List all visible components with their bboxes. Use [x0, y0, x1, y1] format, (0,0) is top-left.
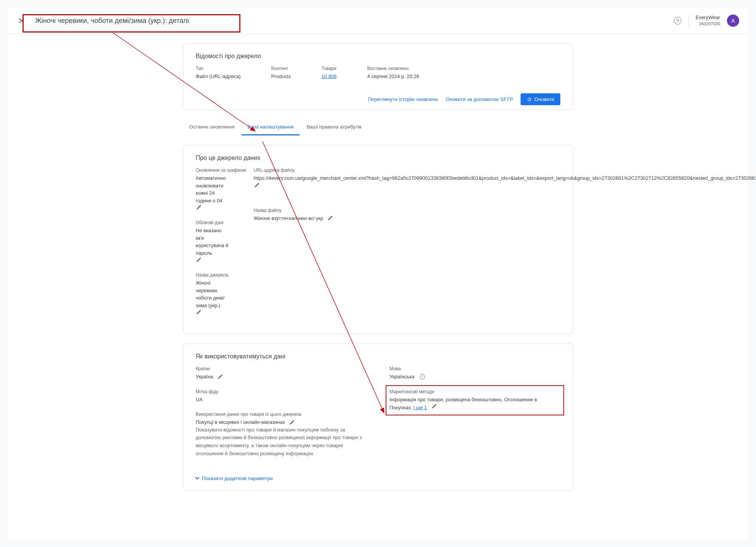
show-more-button[interactable]: Показати додаткові параметри [183, 475, 573, 490]
page-title: Жіночі черевики, чоботи демі/зима (укр.)… [35, 17, 189, 25]
marketing-more-link[interactable]: і ще 1 [414, 405, 427, 410]
account-info[interactable]: EveryWear 243297035 [696, 15, 720, 26]
tab-last-update[interactable]: Останнє оновлення [183, 119, 241, 135]
filename-value: Жіноче взуття+капчики всі укр [254, 215, 323, 222]
divider [688, 15, 689, 27]
account-id: 243297035 [696, 21, 720, 26]
source-updated: Востаннє оновлено 4 серпня 2024 р. 20:26 [367, 66, 419, 79]
source-products: Товари 10 906 [321, 66, 337, 79]
tab-your-settings[interactable]: Ваші налаштування [242, 119, 300, 135]
sftp-button[interactable]: Оновити за допомогою SFTP [446, 96, 513, 102]
pencil-icon[interactable] [196, 309, 202, 315]
sourcename-value: Жіночі черевики, чоботи демі/зима (укр.) [196, 279, 230, 309]
pencil-icon[interactable] [254, 182, 260, 188]
account-name: EveryWear [696, 15, 720, 21]
pencil-icon[interactable] [327, 215, 333, 221]
settings-title: Про це джерело даних [196, 155, 560, 161]
datausage-desc: Показувати відомості про товари й магази… [196, 426, 364, 458]
creds-value: Не вказано ім'я користувача й пароль [196, 227, 230, 257]
usage-card: Як використовуватимуться дані Країни Укр… [183, 344, 573, 491]
tab-attribute-rules[interactable]: Ваші правила атрибутів [300, 119, 368, 135]
datausage-label: Використання даних про товари із цього д… [196, 412, 367, 417]
refresh-button[interactable]: Оновити [521, 93, 560, 105]
products-link[interactable]: 10 906 [321, 73, 337, 79]
tabs: Останнє оновлення Ваші налаштування Ваші… [183, 119, 573, 136]
datausage-value: Покупці в місцевих і онлайн-магазинах [196, 418, 285, 426]
source-type: Тип Файл (URL-адреса) [196, 66, 241, 79]
pencil-icon[interactable] [217, 374, 223, 380]
history-button[interactable]: Переглянути історію оновлень [368, 96, 438, 102]
pencil-icon[interactable] [289, 419, 295, 425]
refresh-icon [527, 97, 532, 102]
marketing-text: Інформація про товари, розміщена безкошт… [389, 397, 537, 411]
header-left: Жіночі черевики, чоботи демі/зима (укр.)… [17, 16, 189, 25]
avatar[interactable]: A [727, 15, 739, 27]
refresh-label: Оновити [534, 96, 554, 102]
info-icon[interactable]: i [420, 374, 425, 379]
countries-label: Країни [196, 366, 367, 371]
close-icon [18, 18, 24, 24]
source-content: Контент Products [271, 66, 291, 79]
marketing-value: Інформація про товари, розміщена безкошт… [389, 396, 542, 412]
chevron-down-icon [195, 475, 199, 480]
pencil-icon[interactable] [196, 204, 202, 210]
content-area: Відомості про джерело Тип Файл (URL-адре… [183, 34, 573, 515]
content-value: Products [271, 73, 291, 79]
feedlabel-label: Мітка фіду [196, 389, 367, 394]
countries-value: Україна [196, 373, 213, 381]
schedule-value: Автоматично оновлювати кожні 24 години о… [196, 174, 230, 204]
marketing-label: Маркетингові методи [389, 389, 560, 394]
sourcename-label: Назва джерела [196, 272, 246, 278]
url-value: https://4every.com.ua/google_merchant_ce… [254, 174, 756, 182]
content-label: Контент [271, 66, 291, 71]
filename-label: Назва файлу [254, 208, 560, 213]
close-button[interactable] [17, 16, 26, 25]
show-more-label: Показати додаткові параметри [202, 475, 273, 481]
updated-label: Востаннє оновлено [367, 66, 419, 71]
settings-card: Про це джерело даних Оновлення за графік… [183, 145, 573, 334]
creds-label: Облікові дані [196, 220, 246, 225]
help-icon[interactable]: ? [674, 17, 681, 24]
type-label: Тип [196, 66, 241, 71]
pencil-icon[interactable] [196, 257, 202, 263]
updated-value: 4 серпня 2024 р. 20:26 [367, 73, 419, 79]
products-label: Товари [321, 66, 337, 71]
pencil-icon[interactable] [431, 403, 437, 409]
schedule-label: Оновлення за графіком [196, 168, 246, 173]
usage-title: Як використовуватимуться дані [196, 353, 560, 360]
source-card-title: Відомості про джерело [196, 53, 560, 60]
source-info-card: Відомості про джерело Тип Файл (URL-адре… [183, 43, 573, 110]
page-header: Жіночі черевики, чоботи демі/зима (укр.)… [8, 8, 748, 34]
language-value: Українська [389, 373, 414, 381]
language-label: Мова [389, 366, 560, 371]
url-label: URL-адреса файлу [254, 168, 560, 173]
feedlabel-value: UA [196, 396, 367, 404]
header-right: ? EveryWear 243297035 A [674, 15, 739, 27]
source-actions: Переглянути історію оновлень Оновити за … [183, 88, 573, 110]
type-value: Файл (URL-адреса) [196, 73, 241, 79]
